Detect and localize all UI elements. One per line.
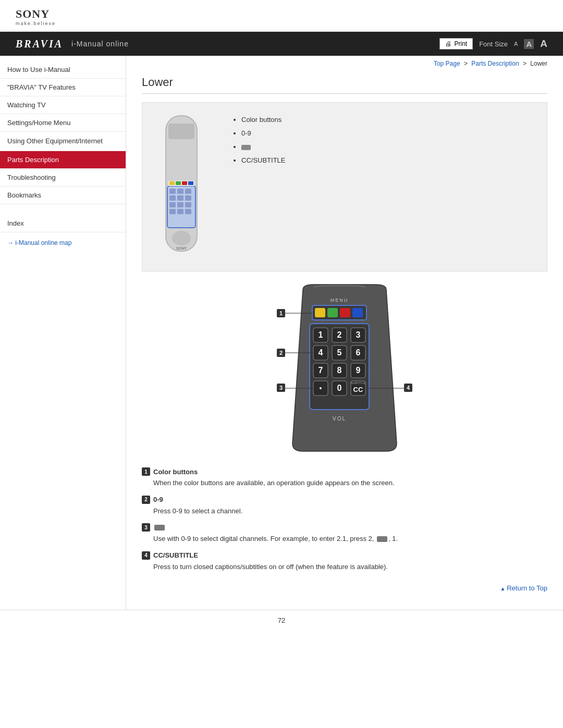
svg-text:5: 5 [337, 348, 342, 357]
sidebar-item-index[interactable]: Index [0, 215, 126, 232]
svg-rect-1 [168, 124, 194, 139]
sidebar-item-troubleshooting[interactable]: Troubleshooting [0, 169, 126, 187]
sidebar-item-watching-tv[interactable]: Watching TV [0, 96, 126, 114]
return-to-top: Return to Top [142, 579, 547, 594]
svg-text:3: 3 [279, 385, 283, 391]
print-button[interactable]: 🖨 Print [439, 38, 473, 50]
svg-text:MENU: MENU [331, 298, 349, 303]
desc-cc-subtitle: 4 CC/SUBTITLE Press to turn closed capti… [142, 551, 547, 572]
dot-button-icon [241, 145, 251, 150]
overview-list: Color buttons 0-9 CC/SUBTITLE [231, 113, 286, 167]
svg-text:9: 9 [356, 366, 361, 375]
desc-title-4: CC/SUBTITLE [153, 551, 198, 559]
svg-rect-17 [176, 181, 181, 185]
page-title: Lower [142, 70, 547, 94]
desc-title-1: Color buttons [153, 468, 198, 476]
svg-text:2: 2 [279, 350, 283, 356]
sidebar-item-bookmarks[interactable]: Bookmarks [0, 187, 126, 204]
overview-item-4: CC/SUBTITLE [241, 154, 286, 167]
svg-rect-14 [185, 209, 191, 214]
svg-text:7: 7 [319, 366, 323, 375]
font-size-med-button[interactable]: A [524, 39, 534, 49]
svg-rect-10 [177, 202, 183, 207]
footer: 72 [0, 610, 563, 631]
printer-icon: 🖨 [445, 40, 451, 47]
svg-rect-19 [188, 181, 193, 185]
svg-text:8: 8 [337, 366, 342, 375]
breadcrumb-current: Lower [530, 60, 547, 67]
overview-item-3 [241, 140, 286, 154]
bravia-logo: BRAVIA [16, 38, 63, 50]
sidebar-item-using-other[interactable]: Using Other Equipment/Internet [0, 132, 126, 151]
svg-rect-4 [177, 189, 183, 194]
svg-rect-18 [182, 181, 187, 185]
remote-overview-image: SONY [153, 113, 215, 261]
sidebar-footer: i-Manual online map [0, 232, 126, 253]
svg-text:0: 0 [337, 384, 342, 392]
svg-rect-5 [185, 189, 191, 194]
desc-text-3: Use with 0-9 to select digital channels.… [153, 534, 547, 544]
desc-text-2: Press 0-9 to select a channel. [153, 506, 547, 516]
nav-bar-left: BRAVIA i-Manual online [16, 38, 129, 50]
sidebar-item-bravia-tv[interactable]: "BRAVIA" TV Features [0, 79, 126, 96]
sidebar-item-how-to-use[interactable]: How to Use i-Manual [0, 61, 126, 79]
svg-rect-13 [177, 209, 183, 214]
svg-rect-11 [185, 202, 191, 207]
svg-text:2: 2 [337, 330, 342, 339]
return-to-top-link[interactable]: Return to Top [500, 584, 548, 592]
main-layout: How to Use i-Manual "BRAVIA" TV Features… [0, 56, 563, 610]
content-area: Top Page > Parts Description > Lower Low… [126, 56, 563, 610]
desc-text-4: Press to turn closed captions/subtitles … [153, 562, 547, 572]
dot-icon-title [154, 525, 165, 530]
svg-text:SONY: SONY [176, 246, 187, 250]
sony-logo: SONY make.believe [16, 7, 547, 26]
nav-title: i-Manual online [71, 40, 129, 48]
sidebar-item-settings[interactable]: Settings/Home Menu [0, 114, 126, 132]
svg-point-20 [172, 231, 191, 245]
font-size-small-button[interactable]: A [514, 41, 518, 47]
svg-rect-3 [169, 189, 176, 194]
desc-color-buttons: 1 Color buttons When the color buttons a… [142, 467, 547, 488]
svg-rect-25 [327, 308, 338, 317]
sidebar-item-parts-desc[interactable]: Parts Description [0, 151, 126, 169]
nav-bar-right: 🖨 Print Font Size A A A [439, 38, 547, 50]
breadcrumb-top[interactable]: Top Page [434, 60, 460, 67]
svg-text:4: 4 [407, 385, 410, 391]
svg-rect-24 [315, 308, 325, 317]
svg-text:•: • [320, 384, 322, 392]
manual-map-link[interactable]: i-Manual online map [7, 239, 71, 246]
header: SONY make.believe [0, 0, 563, 32]
svg-rect-26 [340, 308, 350, 317]
overview-item-2: 0-9 [241, 127, 286, 140]
page-number: 72 [278, 616, 285, 624]
svg-text:VOL: VOL [333, 416, 346, 422]
num-badge-2: 2 [142, 496, 150, 504]
nav-bar: BRAVIA i-Manual online 🖨 Print Font Size… [0, 32, 563, 56]
overview-item-1: Color buttons [241, 113, 286, 127]
font-size-large-button[interactable]: A [540, 38, 547, 50]
dot-icon-inline [377, 536, 387, 542]
num-badge-3: 3 [142, 523, 150, 532]
desc-title-2: 0-9 [153, 496, 163, 503]
desc-dot: 3 Use with 0-9 to select digital channel… [142, 523, 547, 544]
sidebar: How to Use i-Manual "BRAVIA" TV Features… [0, 56, 126, 610]
diagram-section: MENU 1 2 3 4 [142, 282, 547, 459]
svg-rect-6 [169, 195, 176, 201]
breadcrumb: Top Page > Parts Description > Lower [142, 56, 547, 70]
svg-text:6: 6 [356, 348, 361, 357]
svg-rect-27 [352, 308, 363, 317]
svg-text:3: 3 [356, 330, 361, 339]
num-badge-4: 4 [142, 551, 150, 560]
overview-box: SONY Color buttons 0-9 CC/SUBTITLE [142, 102, 547, 272]
svg-text:1: 1 [319, 330, 323, 339]
svg-text:SUBTITLE: SUBTITLE [351, 381, 366, 385]
svg-rect-7 [177, 195, 183, 201]
svg-text:1: 1 [279, 310, 283, 316]
svg-rect-8 [185, 195, 191, 201]
svg-rect-12 [169, 209, 176, 214]
svg-text:CC: CC [353, 386, 363, 393]
breadcrumb-parts[interactable]: Parts Description [471, 60, 519, 67]
num-badge-1: 1 [142, 467, 150, 476]
svg-rect-16 [169, 181, 175, 185]
font-size-label: Font Size [479, 40, 508, 48]
